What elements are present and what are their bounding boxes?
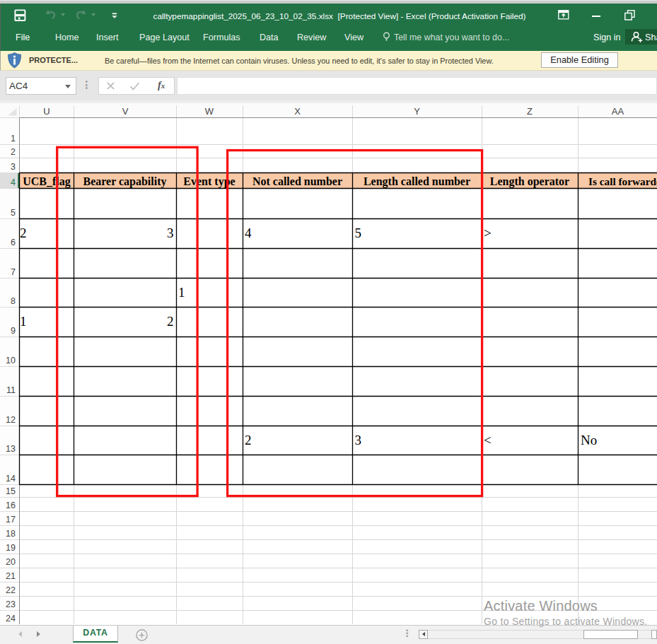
svg-text:22: 22	[6, 585, 16, 595]
svg-text:19: 19	[6, 543, 16, 553]
svg-text:4: 4	[11, 177, 16, 187]
svg-text:7: 7	[11, 267, 16, 277]
svg-text:24: 24	[6, 614, 16, 623]
svg-text:Is call forwarded: Is call forwarded	[588, 175, 657, 187]
svg-text:Z: Z	[527, 106, 533, 117]
svg-text:1: 1	[178, 285, 185, 300]
svg-text:13: 13	[6, 444, 16, 454]
svg-text:3: 3	[167, 226, 174, 240]
svg-text:No: No	[581, 433, 597, 447]
svg-text:4: 4	[245, 226, 252, 240]
svg-text:3: 3	[355, 433, 362, 447]
svg-text:Length operator: Length operator	[490, 175, 569, 188]
svg-text:W: W	[205, 106, 214, 117]
svg-text:3: 3	[11, 162, 16, 172]
svg-text:U: U	[43, 106, 50, 117]
svg-text:Bearer capability: Bearer capability	[83, 175, 166, 188]
svg-text:15: 15	[6, 486, 16, 496]
svg-text:23: 23	[6, 599, 16, 609]
svg-text:Length called number: Length called number	[364, 175, 470, 188]
svg-text:Not called number: Not called number	[252, 175, 342, 187]
svg-text:2: 2	[245, 433, 252, 447]
svg-text:5: 5	[11, 208, 16, 218]
svg-text:2: 2	[167, 314, 174, 329]
svg-text:Y: Y	[414, 106, 420, 117]
svg-text:14: 14	[6, 474, 16, 484]
svg-text:8: 8	[11, 296, 16, 306]
svg-text:12: 12	[6, 415, 16, 425]
svg-text:5: 5	[355, 226, 362, 240]
svg-text:V: V	[122, 106, 129, 117]
svg-text:17: 17	[6, 515, 16, 525]
svg-text:1: 1	[11, 134, 16, 144]
svg-text:2: 2	[11, 147, 16, 157]
svg-text:>: >	[484, 226, 492, 240]
svg-text:16: 16	[6, 500, 16, 510]
svg-text:AA: AA	[612, 106, 624, 117]
svg-text:UCB_flag: UCB_flag	[23, 175, 71, 188]
svg-text:6: 6	[11, 238, 16, 247]
svg-text:10: 10	[6, 356, 16, 365]
svg-text:2: 2	[20, 226, 27, 240]
svg-text:20: 20	[6, 557, 16, 567]
svg-text:21: 21	[6, 571, 16, 581]
svg-text:11: 11	[6, 385, 16, 395]
svg-text:1: 1	[20, 314, 27, 329]
svg-text:18: 18	[6, 529, 16, 539]
svg-text:X: X	[294, 106, 301, 117]
svg-text:9: 9	[11, 326, 16, 336]
svg-text:<: <	[484, 433, 492, 447]
